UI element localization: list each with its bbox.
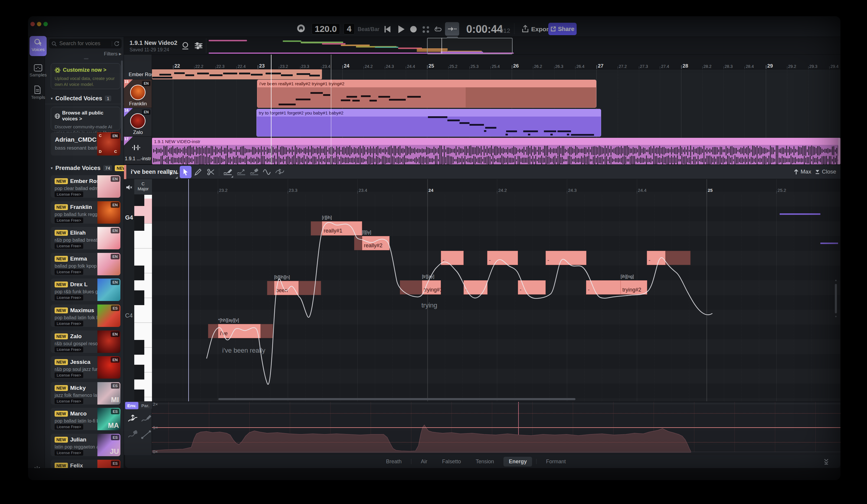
- sidebar-tab-samples[interactable]: Samples: [30, 62, 47, 80]
- footer-tab-falsetto[interactable]: Falsetto: [437, 457, 466, 467]
- play-button[interactable]: [397, 25, 405, 33]
- pencil-tool-button[interactable]: [194, 168, 202, 176]
- voice-license-badge[interactable]: License Free>: [55, 424, 83, 429]
- footer-tab-air[interactable]: Air: [416, 457, 432, 467]
- voice-license-badge[interactable]: License Free>: [55, 217, 83, 223]
- voice-license-badge[interactable]: License Free>: [55, 347, 83, 352]
- voice-license-badge[interactable]: License Free>: [55, 321, 83, 326]
- collected-voices-header[interactable]: ▾ Collected Voices 1: [51, 95, 111, 102]
- pitch-erase-tool-button[interactable]: [250, 168, 258, 176]
- voice-license-badge[interactable]: License Free>: [55, 192, 83, 197]
- footer-tab-breath[interactable]: Breath: [381, 457, 407, 467]
- piano-keys[interactable]: [134, 195, 152, 401]
- param-tab-par[interactable]: Par.: [139, 402, 152, 409]
- black-key[interactable]: [134, 365, 144, 379]
- env-erase-tool-button[interactable]: [128, 430, 138, 439]
- track-header-ember[interactable]: Ember Rose: [124, 69, 152, 79]
- clip-zalo[interactable]: try to forget#1 forget#2 you baby#1 baby…: [256, 109, 601, 137]
- metronome-icon[interactable]: [296, 24, 306, 33]
- minimize-window-button[interactable]: [37, 22, 41, 26]
- skip-back-button[interactable]: [384, 25, 391, 33]
- export-button[interactable]: Export: [531, 26, 551, 33]
- browse-card[interactable]: Browse all public voices > Discover comm…: [51, 107, 120, 130]
- black-key[interactable]: [134, 266, 144, 280]
- roll-v-scrollbar-dot[interactable]: [835, 316, 837, 317]
- roll-v-scrollbar-dot[interactable]: [835, 280, 837, 281]
- midi-note[interactable]: i've: [208, 324, 273, 338]
- pitch-anchor-tool-button[interactable]: [237, 168, 246, 176]
- pointer-tool-button[interactable]: [180, 166, 192, 178]
- voice-license-badge[interactable]: License Free>: [55, 295, 83, 300]
- midi-note[interactable]: -: [487, 251, 518, 265]
- vibrato-adjust-tool-button[interactable]: [275, 168, 285, 176]
- track-header-17[interactable]: 171.9.1 ...-instr: [124, 137, 152, 164]
- voice-card-jessica[interactable]: NEWJessicar&b pop soul jazz funk…License…: [51, 356, 120, 378]
- search-bar[interactable]: [49, 39, 121, 49]
- midi-note[interactable]: -: [586, 280, 621, 294]
- minimap[interactable]: [206, 37, 520, 55]
- voice-license-badge[interactable]: License Free>: [55, 450, 83, 455]
- voice-card-elirah[interactable]: NEWElirahr&b pop ballad breathy…License …: [51, 227, 120, 249]
- close-window-button[interactable]: [30, 22, 35, 26]
- midi-note[interactable]: -: [441, 251, 463, 265]
- refresh-icon[interactable]: [114, 41, 119, 46]
- beats-field[interactable]: 4: [343, 23, 355, 34]
- roll-v-scrollbar[interactable]: [835, 284, 837, 313]
- footer-tab-energy[interactable]: Energy: [503, 457, 532, 467]
- midi-note[interactable]: really#1: [311, 221, 362, 235]
- midi-note[interactable]: been: [267, 281, 321, 295]
- energy-envelope[interactable]: [152, 401, 841, 455]
- voice-card-marco[interactable]: NEWMarcopop ballad latin lo-fi bri…Licen…: [51, 408, 120, 430]
- clip-ember-rose[interactable]: [152, 69, 322, 79]
- key-signature-box[interactable]: C Major: [134, 179, 152, 195]
- voice-card-julian[interactable]: NEWJulianlatin pop reggaeton afr…License…: [51, 434, 120, 456]
- black-key[interactable]: [134, 195, 144, 206]
- record-button[interactable]: [410, 26, 417, 32]
- mixer-sliders-icon[interactable]: [194, 41, 203, 50]
- track-header-16[interactable]: 16ENZalo: [124, 108, 152, 137]
- vibrato-tool-button[interactable]: [263, 168, 272, 176]
- midi-note[interactable]: -: [463, 280, 488, 294]
- zoom-window-button[interactable]: [43, 22, 48, 26]
- count-in-icon[interactable]: [181, 41, 190, 51]
- env-draw-tool-button[interactable]: [141, 414, 151, 423]
- voice-license-badge[interactable]: License Free>: [55, 269, 83, 275]
- minimap-scroll-indicator[interactable]: [447, 36, 458, 39]
- footer-collapse-icon[interactable]: [823, 458, 829, 465]
- voice-card-maximus[interactable]: NEWMaximuspop ballad latin folk lati…Lic…: [51, 304, 120, 327]
- voice-card-micky[interactable]: NEWMickyjazz folk flamenco latin…License…: [51, 382, 120, 405]
- voices-scrollbar[interactable]: [121, 61, 123, 141]
- loop-icon[interactable]: [434, 26, 443, 33]
- voice-card-ember-rose[interactable]: NEWEmber Rosepop clear ballad edm h…Lice…: [51, 175, 120, 198]
- editor-max-button[interactable]: Max: [794, 169, 811, 175]
- metronome-grid-icon[interactable]: [422, 26, 430, 33]
- midi-note[interactable]: trying#1: [400, 280, 441, 294]
- follow-playhead-button[interactable]: [445, 22, 459, 36]
- midi-note[interactable]: trying#2: [621, 280, 647, 294]
- panel-drag-handle[interactable]: [84, 58, 88, 59]
- sidebar-tab-templs[interactable]: Templs: [30, 83, 47, 101]
- footer-tab-formant[interactable]: Formant: [540, 457, 571, 467]
- black-key[interactable]: [134, 290, 144, 305]
- voice-card-franklin[interactable]: NEWFranklinpop ballad funk reggae…Licens…: [51, 201, 120, 224]
- share-button[interactable]: Share: [548, 23, 577, 35]
- filters-button[interactable]: Filters ▸: [104, 51, 121, 57]
- env-line-tool-button[interactable]: [141, 430, 151, 439]
- black-key[interactable]: [134, 216, 144, 231]
- voice-card-zalo[interactable]: NEWZalor&b soul gospel resona…License Fr…: [51, 331, 120, 353]
- premade-voices-header[interactable]: ▾ Premade Voices 74 NEW 28: [51, 165, 134, 171]
- midi-note[interactable]: -: [647, 251, 691, 265]
- customize-card[interactable]: Customize now > Upload vocal data, creat…: [51, 63, 120, 89]
- minimap-viewport[interactable]: [427, 38, 513, 54]
- midi-note[interactable]: really#2: [354, 236, 389, 250]
- mute-speaker-icon[interactable]: [126, 184, 132, 190]
- collected-voice-card[interactable]: Adrian_CMDC bass resonant baritone CMDC …: [51, 132, 120, 156]
- export-icon[interactable]: [522, 25, 529, 33]
- midi-note[interactable]: -: [518, 280, 546, 294]
- param-tab-env[interactable]: Env.: [125, 402, 138, 409]
- voice-card-drex-l[interactable]: NEWDrex Lpop r&b funk blues gos…License …: [51, 279, 120, 301]
- editor-lang-dropdown[interactable]: EN: [169, 169, 177, 175]
- track-header-15[interactable]: 15ENFranklin: [124, 79, 152, 108]
- roll-h-scrollbar[interactable]: [218, 398, 576, 400]
- clip-instr[interactable]: 1.9.1 NEW VIDEO-instr: [152, 138, 841, 164]
